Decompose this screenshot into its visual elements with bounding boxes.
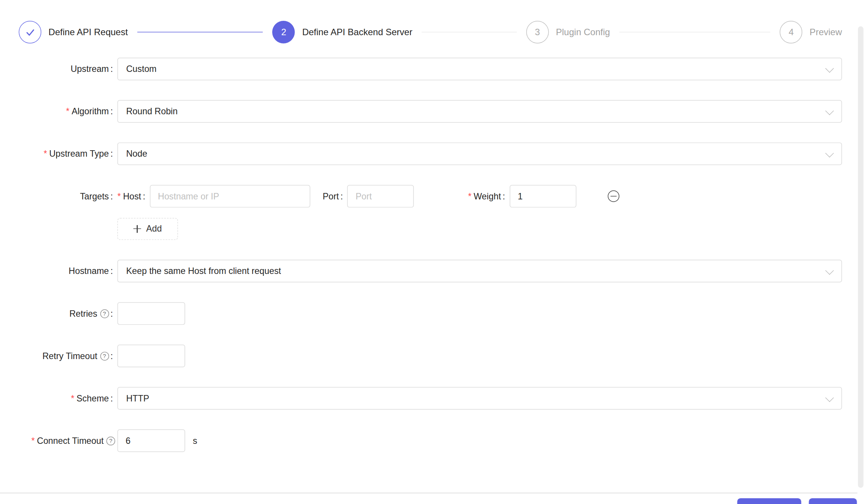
host-input[interactable] bbox=[150, 185, 310, 208]
colon bbox=[501, 191, 509, 201]
add-target-button[interactable]: Add bbox=[117, 218, 178, 240]
step-title: Define API Backend Server bbox=[302, 27, 412, 37]
scrollbar-thumb[interactable] bbox=[858, 26, 864, 488]
upstream-type-select[interactable]: Node bbox=[117, 143, 842, 165]
next-button[interactable]: Next bbox=[809, 498, 857, 504]
label-text: Retry Timeout bbox=[42, 351, 97, 361]
algorithm-select-value: Round Robin bbox=[126, 106, 178, 116]
label-text: Hostname bbox=[69, 266, 109, 276]
weight-input[interactable] bbox=[510, 185, 576, 208]
required-asterisk bbox=[44, 149, 49, 159]
required-asterisk bbox=[31, 436, 37, 446]
previous-button[interactable]: Previous bbox=[737, 498, 801, 504]
step-number: 2 bbox=[273, 21, 295, 44]
step-plugin-config: 3 Plugin Config bbox=[526, 21, 780, 44]
upstream-type-row: Upstream Type Node bbox=[0, 143, 842, 165]
add-target-row: Add bbox=[0, 218, 842, 240]
chevron-down-icon bbox=[825, 64, 834, 73]
retries-input[interactable] bbox=[117, 302, 185, 325]
unit-seconds: s bbox=[193, 436, 197, 446]
help-icon[interactable] bbox=[100, 309, 109, 318]
scheme-label: Scheme bbox=[0, 394, 117, 403]
scheme-select-value: HTTP bbox=[126, 394, 149, 403]
required-asterisk bbox=[468, 191, 474, 201]
colon bbox=[109, 308, 117, 318]
footer-actions: Previous Next bbox=[737, 498, 857, 504]
algorithm-select[interactable]: Round Robin bbox=[117, 100, 842, 123]
upstream-label: Upstream bbox=[0, 64, 117, 74]
retry-timeout-row: Retry Timeout bbox=[0, 345, 842, 367]
label-text: Upstream Type bbox=[49, 149, 109, 159]
help-icon[interactable] bbox=[100, 352, 109, 360]
algorithm-label: Algorithm bbox=[0, 106, 117, 116]
step-title: Define API Request bbox=[48, 27, 128, 37]
step-define-api-request: Define API Request bbox=[19, 21, 272, 44]
label-text: Host bbox=[123, 191, 141, 201]
step-preview: 4 Preview bbox=[780, 21, 842, 44]
label-text: Targets bbox=[80, 191, 109, 201]
hostname-label: Hostname bbox=[0, 266, 117, 276]
port-input[interactable] bbox=[347, 185, 414, 208]
retries-label: Retries bbox=[0, 308, 117, 318]
upstream-type-select-value: Node bbox=[126, 149, 147, 159]
upstream-select[interactable]: Custom bbox=[117, 58, 842, 81]
step-number: 4 bbox=[780, 21, 803, 44]
chevron-down-icon bbox=[825, 107, 834, 115]
connect-timeout-input[interactable] bbox=[117, 429, 185, 452]
step-finished-circle bbox=[19, 21, 41, 44]
required-asterisk bbox=[117, 191, 123, 201]
port-label: Port bbox=[323, 191, 347, 201]
colon bbox=[109, 149, 117, 159]
connect-timeout-label: Connect Timeout bbox=[0, 436, 117, 446]
colon bbox=[109, 351, 117, 361]
check-icon bbox=[25, 26, 36, 37]
hostname-row: Hostname Keep the same Host from client … bbox=[0, 260, 842, 283]
label-text: Scheme bbox=[76, 394, 109, 403]
retry-timeout-input[interactable] bbox=[117, 345, 185, 367]
colon bbox=[141, 191, 150, 201]
required-asterisk bbox=[66, 106, 72, 116]
colon bbox=[109, 266, 117, 276]
label-text: Port bbox=[323, 191, 339, 201]
plus-icon bbox=[134, 225, 141, 232]
colon bbox=[109, 394, 117, 403]
label-text: Weight bbox=[474, 191, 501, 201]
label-text: Upstream bbox=[71, 64, 109, 74]
scheme-row: Scheme HTTP bbox=[0, 387, 842, 410]
targets-row: Targets Host Port Weight bbox=[0, 185, 842, 208]
minus-circle-icon[interactable] bbox=[608, 190, 619, 202]
colon bbox=[109, 191, 117, 201]
step-title: Preview bbox=[809, 27, 842, 37]
create-route-wizard-page: Define API Request 2 Define API Backend … bbox=[0, 21, 864, 504]
colon bbox=[109, 106, 117, 116]
hostname-select-value: Keep the same Host from client request bbox=[126, 266, 281, 276]
chevron-down-icon bbox=[825, 149, 834, 158]
host-label: Host bbox=[117, 191, 150, 201]
chevron-down-icon bbox=[825, 266, 834, 275]
retries-row: Retries bbox=[0, 302, 842, 325]
hostname-select[interactable]: Keep the same Host from client request bbox=[117, 260, 842, 283]
footer-divider bbox=[0, 492, 858, 494]
step-connector bbox=[137, 32, 263, 33]
upstream-select-value: Custom bbox=[126, 64, 156, 74]
help-icon[interactable] bbox=[106, 436, 115, 445]
step-connector bbox=[422, 32, 517, 33]
backend-server-form: Upstream Custom Algorithm Round Robin bbox=[0, 58, 864, 452]
upstream-row: Upstream Custom bbox=[0, 58, 842, 81]
colon bbox=[339, 191, 347, 201]
step-number: 3 bbox=[526, 21, 549, 44]
label-text: Connect Timeout bbox=[37, 436, 104, 446]
retry-timeout-label: Retry Timeout bbox=[0, 351, 117, 361]
colon bbox=[109, 64, 117, 74]
weight-label: Weight bbox=[468, 191, 509, 201]
step-title: Plugin Config bbox=[556, 27, 610, 37]
upstream-type-label: Upstream Type bbox=[0, 149, 117, 159]
label-text: Retries bbox=[69, 308, 97, 318]
required-asterisk bbox=[71, 394, 76, 403]
step-connector bbox=[619, 32, 770, 33]
algorithm-row: Algorithm Round Robin bbox=[0, 100, 842, 123]
add-button-label: Add bbox=[146, 224, 162, 233]
targets-label: Targets bbox=[0, 191, 117, 201]
scheme-select[interactable]: HTTP bbox=[117, 387, 842, 410]
connect-timeout-row: Connect Timeout s bbox=[0, 429, 842, 452]
